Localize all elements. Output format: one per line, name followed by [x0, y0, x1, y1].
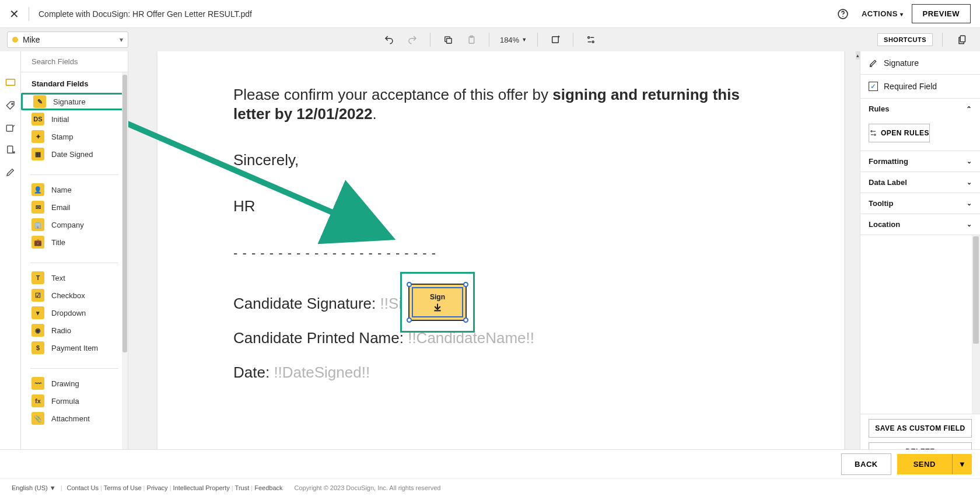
properties-panel: Signature ✓ Required Field Rules ⌃ OPEN …	[860, 51, 980, 469]
tag-icon[interactable]	[5, 100, 16, 111]
field-item-drawing[interactable]: 〰Drawing	[21, 375, 128, 392]
resize-handle[interactable]	[407, 282, 412, 287]
standard-fields-heading: Standard Fields	[21, 72, 128, 93]
panel-scrollbar[interactable]	[122, 72, 128, 469]
svg-rect-2	[446, 38, 452, 43]
redo-button[interactable]	[402, 29, 423, 50]
prefill-icon[interactable]	[5, 123, 16, 133]
required-checkbox[interactable]: ✓	[869, 82, 878, 91]
field-icon: fx	[32, 394, 44, 407]
para-text-prefix: Please confirm your acceptance of this o…	[233, 86, 552, 103]
recipient-selector[interactable]: Mike ▾	[7, 32, 128, 48]
document-out-icon[interactable]	[5, 145, 16, 155]
field-label: Text	[51, 274, 65, 282]
zoom-control[interactable]: 184% ▼	[496, 36, 530, 44]
field-label: Email	[51, 203, 71, 212]
open-rules-button[interactable]: OPEN RULES	[869, 124, 930, 142]
location-section-header[interactable]: Location⌄	[860, 214, 980, 235]
field-icon: ✉	[32, 201, 44, 214]
date-placeholder: !!DateSigned!!	[274, 364, 370, 381]
data-label-section-header[interactable]: Data Label⌄	[860, 172, 980, 193]
save-as-custom-field-button[interactable]: SAVE AS CUSTOM FIELD	[869, 419, 972, 438]
field-item-payment-item[interactable]: $Payment Item	[21, 339, 128, 357]
field-label: Signature	[53, 97, 86, 106]
field-item-dropdown[interactable]: ▾Dropdown	[21, 304, 128, 322]
language-selector[interactable]: English (US) ▼	[12, 484, 56, 491]
svg-rect-8	[960, 36, 965, 42]
field-item-checkbox[interactable]: ☑Checkbox	[21, 287, 128, 304]
pen-icon[interactable]	[5, 167, 16, 177]
field-item-radio[interactable]: ◉Radio	[21, 322, 128, 339]
shortcuts-button[interactable]: SHORTCUTS	[877, 33, 933, 46]
field-item-formula[interactable]: fxFormula	[21, 392, 128, 410]
tooltip-section-header[interactable]: Tooltip⌄	[860, 193, 980, 214]
footer-link-contact-us[interactable]: Contact Us	[67, 484, 99, 491]
svg-point-6	[588, 37, 590, 39]
field-label: Radio	[51, 326, 71, 335]
field-item-date-signed[interactable]: ▦Date Signed	[21, 145, 128, 163]
left-icon-rail	[0, 51, 21, 469]
props-scrollbar[interactable]	[972, 235, 980, 414]
field-icon: ◉	[32, 324, 44, 337]
send-dropdown-button[interactable]: ▼	[952, 454, 972, 474]
settings-tune-icon[interactable]	[580, 29, 601, 50]
undo-button[interactable]	[379, 29, 400, 50]
sign-tag-label: Sign	[430, 293, 445, 301]
field-icon: 🏢	[32, 218, 44, 231]
document-canvas[interactable]: Please confirm your acceptance of this o…	[128, 51, 856, 469]
close-button[interactable]: ✕	[9, 7, 29, 21]
required-field-label: Required Field	[884, 82, 937, 91]
footer-link-feedback[interactable]: Feedback	[254, 484, 282, 491]
footer-link-terms-of-use[interactable]: Terms of Use	[104, 484, 142, 491]
field-icon: ✦	[32, 130, 44, 143]
field-item-name[interactable]: 👤Name	[21, 181, 128, 198]
svg-point-7	[592, 41, 594, 43]
resize-handle[interactable]	[463, 282, 468, 287]
paste-button[interactable]	[461, 29, 482, 50]
field-item-initial[interactable]: DSInitial	[21, 110, 128, 128]
footer-link-trust[interactable]: Trust	[235, 484, 250, 491]
help-icon[interactable]	[832, 4, 853, 25]
back-button[interactable]: BACK	[841, 453, 891, 475]
copy-button[interactable]	[438, 29, 459, 50]
field-label: Company	[51, 221, 84, 229]
field-icon: $	[32, 341, 44, 354]
canvas-vertical-scrollbar[interactable]: ▴ ▾	[856, 51, 860, 469]
fields-tab-icon[interactable]	[5, 78, 16, 89]
field-icon: 💼	[32, 236, 44, 249]
candidate-signature-label: Candidate Signature:	[233, 295, 380, 312]
recipient-color-dot	[12, 37, 18, 43]
preview-button[interactable]: PREVIEW	[912, 4, 971, 23]
search-fields-input[interactable]	[32, 57, 128, 66]
field-icon: DS	[32, 113, 44, 125]
field-item-title[interactable]: 💼Title	[21, 233, 128, 251]
document-page: Please confirm your acceptance of this o…	[158, 51, 844, 462]
field-item-email[interactable]: ✉Email	[21, 198, 128, 216]
rules-section-header[interactable]: Rules ⌃	[860, 99, 980, 119]
signature-field-tag[interactable]: Sign	[408, 284, 467, 321]
svg-point-15	[871, 131, 872, 132]
field-item-company[interactable]: 🏢Company	[21, 216, 128, 233]
actions-dropdown[interactable]: ACTIONS ▾	[858, 5, 907, 23]
field-icon: 👤	[32, 183, 44, 196]
field-item-attachment[interactable]: 📎Attachment	[21, 410, 128, 427]
svg-rect-9	[6, 79, 15, 86]
formatting-section-header[interactable]: Formatting⌄	[860, 151, 980, 172]
field-label: Dropdown	[51, 309, 86, 317]
footer-link-privacy[interactable]: Privacy	[147, 484, 168, 491]
field-label: Name	[51, 186, 72, 194]
pages-icon[interactable]	[952, 29, 973, 50]
field-item-stamp[interactable]: ✦Stamp	[21, 128, 128, 145]
footer-link-intellectual-property[interactable]: Intellectual Property	[173, 484, 230, 491]
send-button[interactable]: SEND	[897, 454, 952, 474]
hr-text: HR	[233, 197, 768, 215]
rotate-button[interactable]	[545, 29, 566, 50]
arrow-down-icon	[432, 302, 443, 312]
field-item-signature[interactable]: ✎Signature	[21, 93, 128, 110]
chevron-up-icon: ⌃	[966, 105, 972, 113]
resize-handle[interactable]	[463, 317, 468, 323]
resize-handle[interactable]	[407, 317, 412, 323]
field-item-text[interactable]: TText	[21, 269, 128, 287]
field-icon: 📎	[32, 412, 44, 425]
field-palette: ✕ Standard Fields ✎SignatureDSInitial✦St…	[21, 51, 128, 469]
